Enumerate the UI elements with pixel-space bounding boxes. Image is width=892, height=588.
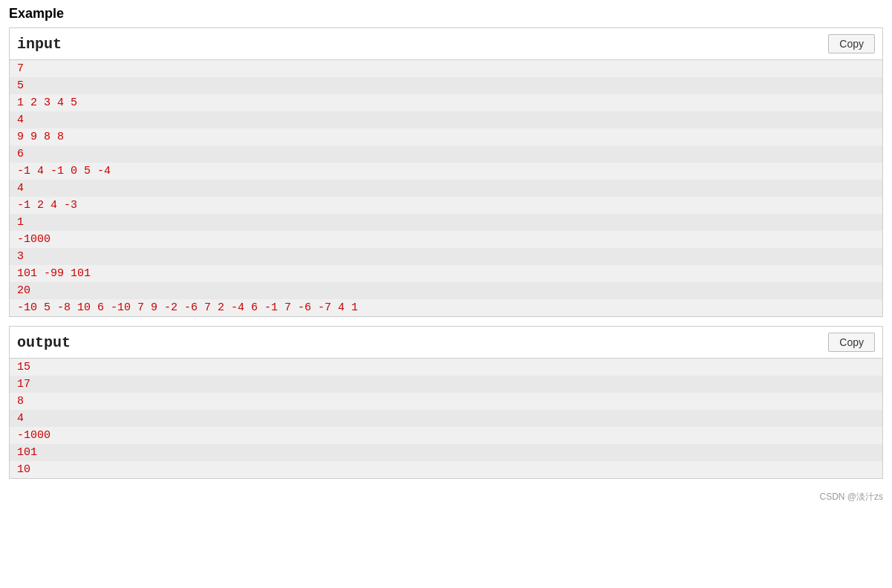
input-section: input Copy 751 2 3 4 549 9 8 86-1 4 -1 0…	[9, 27, 883, 317]
output-line: 101	[10, 444, 882, 461]
input-line: 9 9 8 8	[10, 128, 882, 146]
input-line: 1 2 3 4 5	[10, 94, 882, 111]
input-line: 4	[10, 180, 882, 197]
input-line: 7	[10, 60, 882, 77]
input-line: 5	[10, 77, 882, 94]
input-line: -1 2 4 -3	[10, 197, 882, 214]
output-section-body: 151784-100010110	[10, 359, 882, 478]
input-section-body: 751 2 3 4 549 9 8 86-1 4 -1 0 5 -44-1 2 …	[10, 60, 882, 316]
output-line: 8	[10, 393, 882, 410]
input-line: -10 5 -8 10 6 -10 7 9 -2 -6 7 2 -4 6 -1 …	[10, 299, 882, 316]
page-title: Example	[9, 6, 883, 22]
input-line: 3	[10, 248, 882, 265]
output-section-label: output	[17, 334, 71, 351]
input-line: 20	[10, 282, 882, 299]
output-line: 10	[10, 461, 882, 478]
input-line: 4	[10, 111, 882, 128]
output-line: 15	[10, 359, 882, 376]
output-copy-button[interactable]: Copy	[828, 333, 875, 352]
input-line: -1 4 -1 0 5 -4	[10, 163, 882, 180]
input-line: -1000	[10, 231, 882, 248]
output-line: 4	[10, 410, 882, 427]
input-line: 101 -99 101	[10, 265, 882, 282]
input-section-header: input Copy	[10, 28, 882, 60]
input-line: 1	[10, 214, 882, 231]
input-copy-button[interactable]: Copy	[828, 34, 875, 53]
output-line: -1000	[10, 427, 882, 444]
input-section-label: input	[17, 36, 62, 53]
output-section-header: output Copy	[10, 327, 882, 359]
watermark: CSDN @淡汁zs	[9, 488, 883, 503]
input-line: 6	[10, 146, 882, 163]
output-line: 17	[10, 376, 882, 393]
output-section: output Copy 151784-100010110	[9, 326, 883, 479]
